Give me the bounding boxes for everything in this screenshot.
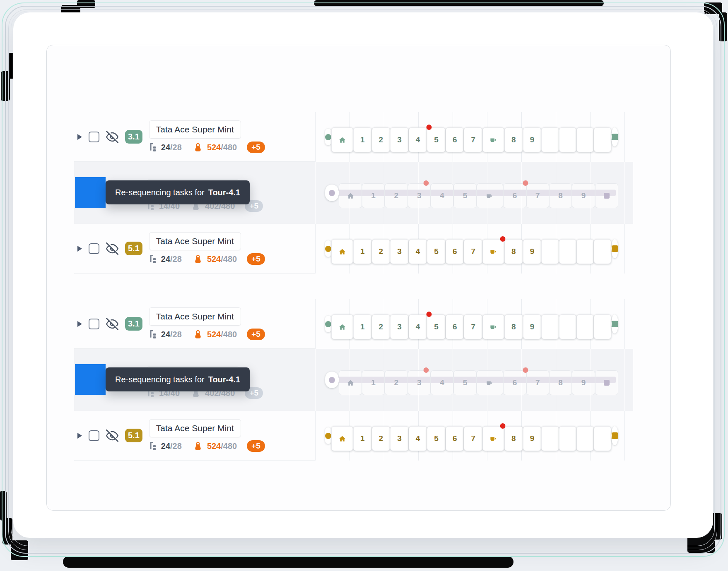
task-stop[interactable]: 7: [464, 127, 482, 152]
task-stop[interactable]: 3: [390, 127, 409, 152]
task-stop[interactable]: 3: [390, 314, 409, 339]
hide-tour-icon[interactable]: [106, 242, 118, 255]
task-stop[interactable]: 2: [372, 426, 391, 451]
task-stop[interactable]: 7: [464, 426, 482, 451]
break-marker[interactable]: [482, 426, 504, 451]
task-stop[interactable]: 6: [446, 127, 464, 152]
task-stop[interactable]: 1: [353, 239, 372, 264]
task-stop[interactable]: 7: [526, 183, 549, 208]
task-stop[interactable]: 6: [446, 426, 464, 451]
tour-row-dragging[interactable]: Re-sequencing tasks for Tour-4.1 Tata Ac…: [74, 162, 633, 224]
task-stop[interactable]: 4: [431, 183, 453, 208]
tour-row[interactable]: 5.1 Tata Ace Super Mint 24/28 524/480 +5…: [74, 411, 633, 461]
break-marker[interactable]: [482, 127, 504, 152]
task-stop[interactable]: 1: [362, 183, 385, 208]
task-stop[interactable]: [559, 314, 576, 339]
task-stop[interactable]: 1: [362, 370, 385, 395]
task-stop[interactable]: [576, 426, 594, 451]
task-stop[interactable]: [576, 127, 594, 152]
task-stop[interactable]: [594, 239, 611, 264]
task-stop[interactable]: 4: [431, 370, 453, 395]
task-stop[interactable]: 2: [385, 183, 407, 208]
depot-marker[interactable]: [331, 314, 353, 339]
task-stop[interactable]: 7: [464, 239, 482, 264]
task-stop[interactable]: 2: [372, 314, 391, 339]
task-stop[interactable]: 6: [446, 239, 464, 264]
hide-tour-icon[interactable]: [106, 429, 118, 442]
extra-tasks-badge[interactable]: +5: [247, 440, 265, 452]
task-stop[interactable]: 1: [353, 314, 372, 339]
extra-tasks-badge[interactable]: +5: [247, 329, 265, 340]
task-stop[interactable]: 5: [453, 183, 476, 208]
task-stop[interactable]: 3: [390, 426, 409, 451]
task-stop[interactable]: [594, 314, 611, 339]
task-stop[interactable]: 6: [503, 183, 526, 208]
expand-caret-icon[interactable]: [77, 321, 82, 327]
task-stop[interactable]: 1: [353, 426, 372, 451]
expand-caret-icon[interactable]: [77, 246, 82, 252]
row-checkbox[interactable]: [89, 319, 99, 329]
task-stop[interactable]: 9: [572, 183, 595, 208]
task-stop[interactable]: 5: [427, 314, 446, 339]
break-marker[interactable]: [477, 370, 504, 395]
hide-tour-icon[interactable]: [106, 318, 118, 330]
depot-marker[interactable]: [331, 127, 353, 152]
expand-caret-icon[interactable]: [77, 134, 82, 140]
row-checkbox[interactable]: [89, 243, 99, 254]
task-stop[interactable]: 6: [503, 370, 526, 395]
task-stop[interactable]: [576, 314, 594, 339]
task-stop[interactable]: [541, 239, 559, 264]
depot-marker[interactable]: [331, 239, 353, 264]
task-stop[interactable]: 6: [446, 314, 464, 339]
task-stop[interactable]: [559, 239, 576, 264]
vehicle-name-chip[interactable]: Tata Ace Super Mint: [149, 307, 241, 326]
vehicle-name-chip[interactable]: Tata Ace Super Mint: [149, 120, 241, 139]
task-stop[interactable]: 5: [427, 127, 446, 152]
task-stop[interactable]: 3: [390, 239, 409, 264]
task-stop[interactable]: 8: [504, 127, 523, 152]
task-stop[interactable]: 9: [523, 314, 542, 339]
task-stop[interactable]: 1: [353, 127, 372, 152]
task-stop[interactable]: 8: [549, 370, 572, 395]
depot-marker[interactable]: [331, 426, 353, 451]
row-checkbox[interactable]: [89, 430, 99, 441]
task-stop[interactable]: 7: [464, 314, 482, 339]
break-marker[interactable]: [477, 183, 504, 208]
task-stop[interactable]: 4: [409, 314, 427, 339]
extra-tasks-badge[interactable]: +5: [247, 253, 265, 265]
task-stop[interactable]: 9: [572, 370, 595, 395]
task-stop[interactable]: [594, 426, 611, 451]
task-stop[interactable]: [594, 127, 611, 152]
expand-caret-icon[interactable]: [77, 433, 82, 439]
task-stop[interactable]: 9: [523, 426, 542, 451]
task-stop[interactable]: 3: [408, 183, 431, 208]
task-stop[interactable]: [559, 127, 576, 152]
task-stop[interactable]: 8: [504, 314, 523, 339]
task-stop[interactable]: 7: [526, 370, 549, 395]
hide-tour-icon[interactable]: [106, 131, 118, 143]
task-stop[interactable]: 4: [409, 426, 427, 451]
break-marker[interactable]: [482, 239, 504, 264]
break-marker[interactable]: [482, 314, 504, 339]
task-stop[interactable]: 4: [409, 239, 427, 264]
task-stop[interactable]: 5: [427, 426, 446, 451]
task-stop[interactable]: 3: [408, 370, 431, 395]
task-stop[interactable]: 8: [504, 426, 523, 451]
depot-marker[interactable]: [339, 183, 362, 208]
task-stop[interactable]: 9: [523, 239, 542, 264]
depot-marker[interactable]: [339, 370, 362, 395]
vehicle-name-chip[interactable]: Tata Ace Super Mint: [149, 419, 241, 437]
tour-row[interactable]: 3.1 Tata Ace Super Mint 24/28 524/480 +5…: [74, 299, 633, 349]
extra-tasks-badge[interactable]: +5: [247, 142, 265, 153]
task-stop[interactable]: 2: [385, 370, 407, 395]
task-stop[interactable]: 2: [372, 239, 391, 264]
task-stop[interactable]: [559, 426, 576, 451]
task-stop[interactable]: [541, 127, 559, 152]
task-stop[interactable]: 5: [453, 370, 476, 395]
task-stop[interactable]: 8: [504, 239, 523, 264]
task-stop[interactable]: 5: [427, 239, 446, 264]
tour-row-dragging[interactable]: Re-sequencing tasks for Tour-4.1 Tata Ac…: [74, 349, 633, 411]
task-stop[interactable]: 8: [549, 183, 572, 208]
task-stop[interactable]: 2: [372, 127, 391, 152]
task-stop[interactable]: [541, 426, 559, 451]
